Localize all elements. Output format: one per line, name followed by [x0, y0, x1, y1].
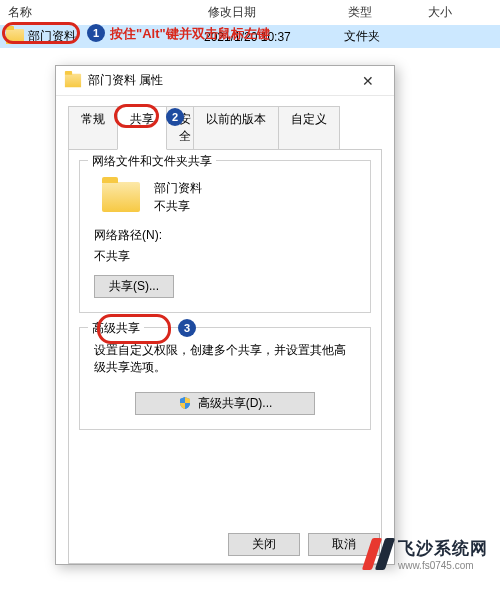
annotation-badge-3: 3 — [178, 319, 196, 337]
col-name[interactable]: 名称 — [0, 2, 200, 23]
dialog-title: 部门资料 属性 — [88, 72, 348, 89]
folder-icon — [65, 74, 81, 88]
tab-strip: 常规 共享 安全 以前的版本 自定义 — [68, 106, 382, 149]
properties-dialog: 部门资料 属性 ✕ 常规 共享 安全 以前的版本 自定义 2 网络文件和文件夹共… — [55, 65, 395, 565]
col-date[interactable]: 修改日期 — [200, 2, 340, 23]
watermark-logo-icon — [367, 538, 390, 570]
network-share-group: 网络文件和文件夹共享 部门资料 不共享 网络路径(N): 不共享 共享(S)..… — [79, 160, 371, 313]
advanced-desc: 设置自定义权限，创建多个共享，并设置其他高级共享选项。 — [94, 342, 356, 376]
close-button[interactable]: ✕ — [348, 73, 388, 89]
tab-general[interactable]: 常规 — [68, 106, 118, 149]
share-state: 不共享 — [154, 197, 202, 215]
tab-share[interactable]: 共享 — [117, 106, 167, 150]
group-title: 高级共享 — [88, 320, 144, 337]
group-title: 网络文件和文件夹共享 — [88, 153, 216, 170]
watermark-url: www.fs0745.com — [398, 560, 488, 571]
dialog-button-row: 关闭 取消 — [228, 533, 380, 556]
tab-custom[interactable]: 自定义 — [278, 106, 340, 149]
tab-versions[interactable]: 以前的版本 — [193, 106, 279, 149]
explorer-column-headers: 名称 修改日期 类型 大小 — [0, 0, 500, 25]
annotation-badge-1: 1 — [87, 24, 105, 42]
file-type: 文件夹 — [344, 28, 424, 45]
folder-icon — [102, 182, 140, 212]
network-path-label: 网络路径(N): — [94, 227, 358, 244]
col-type[interactable]: 类型 — [340, 2, 420, 23]
tab-content: 网络文件和文件夹共享 部门资料 不共享 网络路径(N): 不共享 共享(S)..… — [68, 149, 382, 564]
titlebar[interactable]: 部门资料 属性 ✕ — [56, 66, 394, 96]
advanced-share-label: 高级共享(D)... — [198, 395, 273, 412]
annotation-text-1: 按住"Alt"键并双击鼠标左键 — [110, 25, 270, 43]
close-dialog-button[interactable]: 关闭 — [228, 533, 300, 556]
advanced-share-group: 高级共享 设置自定义权限，创建多个共享，并设置其他高级共享选项。 高级共享(D)… — [79, 327, 371, 430]
network-path-value: 不共享 — [94, 248, 358, 265]
watermark-name: 飞沙系统网 — [398, 537, 488, 560]
advanced-share-button[interactable]: 高级共享(D)... — [135, 392, 315, 415]
shield-icon — [178, 396, 192, 410]
share-folder-name: 部门资料 — [154, 179, 202, 197]
col-size[interactable]: 大小 — [420, 2, 480, 23]
share-button[interactable]: 共享(S)... — [94, 275, 174, 298]
folder-icon — [6, 29, 24, 44]
annotation-badge-2: 2 — [166, 108, 184, 126]
watermark: 飞沙系统网 www.fs0745.com — [367, 537, 488, 571]
